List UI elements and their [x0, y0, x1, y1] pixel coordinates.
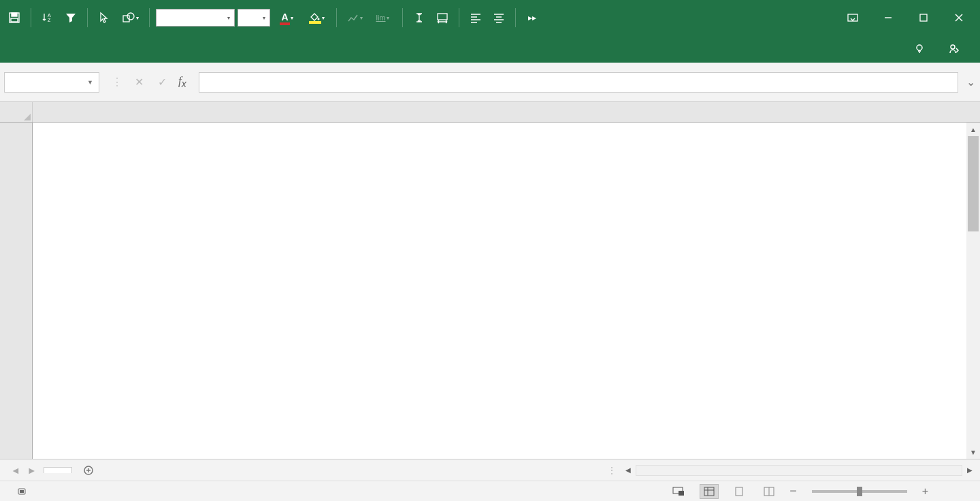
svg-text:Z: Z: [48, 18, 51, 22]
view-page-break-button[interactable]: [760, 484, 779, 499]
filter-icon[interactable]: [61, 7, 81, 28]
save-icon[interactable]: [4, 7, 24, 28]
vertical-scrollbar[interactable]: ▲ ▼: [966, 123, 980, 459]
monitor-icon: [672, 487, 685, 496]
tab-home[interactable]: [56, 44, 80, 54]
formula-input[interactable]: [199, 72, 958, 93]
hscroll-left-icon[interactable]: ◀: [622, 466, 634, 474]
scroll-down-icon[interactable]: ▼: [966, 445, 980, 459]
svg-rect-23: [704, 487, 714, 496]
ribbon-tabs: [0, 35, 980, 63]
expand-formula-bar[interactable]: ⌄: [965, 76, 976, 88]
tab-help[interactable]: [276, 44, 301, 54]
svg-rect-20: [20, 490, 24, 493]
tab-file[interactable]: [7, 44, 31, 54]
svg-text:A: A: [48, 13, 51, 18]
select-all-corner[interactable]: [0, 102, 33, 123]
tab-data[interactable]: [154, 44, 178, 54]
hscroll-right-icon[interactable]: ▶: [964, 466, 976, 474]
scroll-thumb[interactable]: [968, 136, 979, 231]
column-headers: [33, 102, 980, 123]
share-button[interactable]: [939, 39, 973, 59]
cells-area[interactable]: [33, 123, 980, 459]
accept-formula-button[interactable]: ✓: [155, 76, 169, 88]
sheet-tab-active[interactable]: [44, 467, 72, 473]
status-bar: − +: [0, 481, 980, 501]
row-height-icon[interactable]: [409, 7, 429, 28]
more-commands-icon[interactable]: ▸▸: [522, 7, 542, 28]
cursor-icon[interactable]: [94, 7, 114, 28]
svg-rect-8: [438, 14, 447, 20]
svg-point-7: [317, 18, 319, 20]
view-normal-button[interactable]: [700, 484, 719, 499]
font-color-button[interactable]: A▾: [273, 7, 300, 28]
svg-rect-2: [11, 18, 18, 22]
svg-rect-26: [736, 487, 742, 496]
limit-icon[interactable]: lim▾: [369, 7, 396, 28]
lightbulb-icon: [915, 44, 926, 54]
maximize-button[interactable]: [906, 7, 941, 28]
sort-icon[interactable]: AZ: [37, 7, 58, 28]
horizontal-scrollbar[interactable]: ◀ ▶: [622, 465, 976, 476]
macro-record-icon[interactable]: [18, 487, 29, 496]
align-left-icon[interactable]: [466, 7, 486, 28]
tab-review[interactable]: [178, 44, 203, 54]
font-name-selector[interactable]: ▾: [156, 9, 235, 27]
sheet-next-icon[interactable]: ►: [27, 465, 37, 476]
tab-view[interactable]: [203, 44, 227, 54]
formula-buttons: ⋮ ✕ ✓ fx: [106, 74, 192, 89]
name-box[interactable]: ▼: [4, 72, 99, 93]
zoom-slider[interactable]: [812, 490, 907, 493]
col-width-icon[interactable]: [432, 7, 453, 28]
svg-point-15: [951, 45, 955, 49]
tab-formulas[interactable]: [129, 44, 154, 54]
row-headers: [0, 123, 33, 459]
spreadsheet-grid: ▲ ▼: [0, 102, 980, 459]
tab-classic[interactable]: [31, 44, 56, 54]
svg-rect-1: [12, 13, 17, 16]
formula-bar: ▼ ⋮ ✕ ✓ fx ⌄: [0, 63, 980, 102]
view-page-layout-button[interactable]: [730, 484, 749, 499]
tab-insert[interactable]: [80, 44, 105, 54]
svg-point-6: [127, 13, 134, 20]
shapes-icon[interactable]: ▾: [117, 7, 143, 28]
fill-color-button[interactable]: ▾: [303, 7, 330, 28]
quick-access-toolbar: AZ ▾ ▾ ▾ A▾ ▾ ▾ lim▾: [4, 7, 542, 28]
sheet-tab-bar: ◄ ► ⋮ ◀ ▶: [0, 459, 980, 481]
svg-point-14: [917, 45, 922, 50]
share-icon: [949, 44, 960, 54]
font-size-selector[interactable]: ▾: [238, 9, 270, 27]
add-sheet-button[interactable]: [79, 462, 98, 479]
cancel-formula-button[interactable]: ✕: [132, 76, 146, 88]
tab-addins[interactable]: [227, 44, 252, 54]
titlebar: AZ ▾ ▾ ▾ A▾ ▾ ▾ lim▾: [0, 0, 980, 35]
chart-icon[interactable]: ▾: [343, 7, 366, 28]
ribbon-options-icon[interactable]: [836, 7, 870, 28]
scroll-up-icon[interactable]: ▲: [966, 123, 980, 136]
tab-team[interactable]: [301, 44, 325, 54]
minimize-button[interactable]: [871, 7, 905, 28]
align-center-icon[interactable]: [489, 7, 509, 28]
fx-icon[interactable]: fx: [178, 74, 186, 89]
display-settings-button[interactable]: [672, 487, 689, 496]
tab-developer[interactable]: [252, 44, 276, 54]
zoom-out-button[interactable]: −: [789, 484, 797, 498]
zoom-in-button[interactable]: +: [922, 485, 928, 498]
sheet-prev-icon[interactable]: ◄: [11, 465, 20, 476]
close-button[interactable]: [942, 7, 976, 28]
sheet-nav: ◄ ►: [4, 465, 44, 476]
svg-rect-11: [920, 14, 927, 21]
tell-me-search[interactable]: [905, 39, 939, 59]
tab-page-layout[interactable]: [105, 44, 129, 54]
svg-rect-22: [679, 491, 684, 496]
